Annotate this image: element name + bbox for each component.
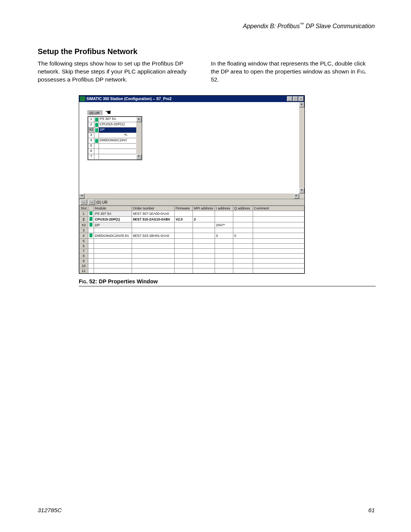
table-row[interactable]: 8 (80, 254, 304, 259)
grid-cell (174, 268, 193, 273)
scroll-left-icon[interactable]: ◂ (79, 193, 84, 199)
rack-slot-num: 2 (88, 122, 94, 127)
grid-cell: 2 (80, 217, 88, 222)
grid-cell (132, 264, 174, 268)
rack-row[interactable]: 7 (88, 154, 142, 160)
grid-header-cell[interactable]: I address (215, 206, 233, 211)
grid-cell: 0 (215, 233, 233, 239)
module-icon (88, 211, 94, 217)
grid-cell (253, 268, 304, 273)
slot-table[interactable]: SlotModuleOrder numberFirmwareMPI addres… (79, 206, 304, 273)
rack-scrollbar[interactable]: ▴▾ (136, 117, 142, 160)
rack-row[interactable]: X2DP (88, 128, 142, 133)
rack-row[interactable]: 4DI8/DO8xDC24V/ (88, 138, 142, 144)
table-row[interactable]: 7 (80, 249, 304, 254)
table-row[interactable]: 1PS 307 5A6ES7 307-1EA00-0AA0 (80, 211, 304, 217)
header-appendix: Appendix B: Profibus™ DP Slave Communica… (38, 22, 375, 30)
table-row[interactable]: 2CPU315-2DP(1)6ES7 315-2AG10-0AB0V2.02 (80, 217, 304, 222)
grid-cell (233, 217, 253, 222)
nav-back-button[interactable]: ← (80, 200, 87, 205)
rack-row[interactable]: 1PS 307 5A (88, 117, 142, 122)
rack-module-label (99, 144, 142, 149)
scroll-up-icon[interactable]: ▴ (299, 102, 304, 107)
grid-cell (174, 244, 193, 249)
rack-module-icon (94, 122, 99, 127)
grid-cell: 6 (80, 244, 88, 249)
titlebar[interactable]: SIMATIC 300 Station (Configuration) -- S… (79, 96, 304, 102)
module-icon (88, 244, 94, 249)
grid-cell (193, 244, 215, 249)
grid-cell (174, 264, 193, 268)
rack-row[interactable]: 6 (88, 149, 142, 154)
vscrollbar-upper[interactable]: ▴ ▾ (299, 102, 304, 199)
grid-header-cell[interactable]: Q address (233, 206, 253, 211)
grid-cell (233, 264, 253, 268)
grid-header-cell[interactable]: Firmware (174, 206, 193, 211)
fig-ref: Fig (357, 68, 365, 75)
body-col-1: The following steps show how to set up t… (38, 60, 202, 84)
grid-cell (174, 239, 193, 244)
scroll-up-icon[interactable]: ▴ (136, 117, 142, 122)
grid-cell (174, 233, 193, 239)
table-row[interactable]: 11 (80, 268, 304, 273)
scroll-right-icon[interactable]: ▸ (294, 193, 299, 199)
rack-module-icon (94, 117, 99, 122)
scroll-down-icon[interactable]: ▾ (299, 188, 304, 193)
grid-header-cell[interactable]: Comment (253, 206, 304, 211)
grid-cell (215, 217, 233, 222)
grid-header-cell[interactable] (88, 206, 94, 211)
scroll-down-icon[interactable]: ▾ (136, 154, 142, 160)
grid-cell (215, 268, 233, 273)
grid-cell (94, 254, 132, 259)
grid-header-cell[interactable]: Module (94, 206, 132, 211)
minimize-button[interactable]: _ (287, 96, 292, 101)
rack-module-icon (94, 154, 99, 159)
appendix-text: Appendix B: Profibus™ DP Slave Communica… (243, 23, 375, 29)
module-icon (88, 249, 94, 254)
maximize-button[interactable]: □ (293, 96, 298, 101)
grid-cell (94, 249, 132, 254)
rack-module-icon (94, 144, 99, 149)
rack-header[interactable]: (0) UR (88, 110, 102, 115)
grid-cell (94, 259, 132, 264)
rack-module-label (99, 133, 142, 138)
table-row[interactable]: 6 (80, 244, 304, 249)
upper-pane[interactable]: ☚ (0) UR 1PS 307 5A2CPU315-2DP(1)X2DP34D… (79, 102, 304, 199)
grid-cell: 0 (233, 233, 253, 239)
table-row[interactable]: 5 (80, 239, 304, 244)
rack-module-label: PS 307 5A (99, 117, 142, 122)
grid-cell: 9 (80, 259, 88, 264)
grid-cell (233, 254, 253, 259)
nav-bar: ← → (0) UR (79, 199, 304, 206)
page-number: 61 (368, 507, 375, 514)
grid-header-cell[interactable]: MPI address (193, 206, 215, 211)
grid-cell: 2047* (215, 222, 233, 228)
rack-module-label: DP (99, 128, 142, 133)
table-row[interactable]: 3 (80, 228, 304, 233)
rack-module-icon (94, 149, 99, 154)
nav-fwd-button[interactable]: → (88, 200, 95, 205)
table-row[interactable]: 4DI8/DO8xDC24V/0.5A6ES7 323-1BH01-0AA000 (80, 233, 304, 239)
rack-row[interactable]: 3 (88, 133, 142, 138)
rack-table[interactable]: 1PS 307 5A2CPU315-2DP(1)X2DP34DI8/DO8xDC… (88, 116, 142, 160)
close-button[interactable]: × (298, 96, 304, 101)
grid-cell (132, 268, 174, 273)
grid-cell (215, 239, 233, 244)
grid-cell (215, 211, 233, 217)
grid-cell (193, 228, 215, 233)
hscrollbar-upper[interactable]: ◂ ▸ (79, 193, 304, 199)
rack-slot-num: 1 (88, 117, 94, 122)
table-row[interactable]: 10 (80, 264, 304, 268)
rack-module-icon (94, 128, 99, 133)
grid-cell: 6ES7 315-2AG10-0AB0 (132, 217, 174, 222)
grid-cell (253, 259, 304, 264)
grid-header-cell[interactable]: Slot (80, 206, 88, 211)
rack-row[interactable]: 2CPU315-2DP(1) (88, 122, 142, 128)
grid-cell (215, 244, 233, 249)
grid-cell (253, 249, 304, 254)
table-row[interactable]: X2DP2047* (80, 222, 304, 228)
rack-row[interactable]: 5 (88, 144, 142, 149)
grid-header-cell[interactable]: Order number (132, 206, 174, 211)
grid-cell (233, 228, 253, 233)
table-row[interactable]: 9 (80, 259, 304, 264)
